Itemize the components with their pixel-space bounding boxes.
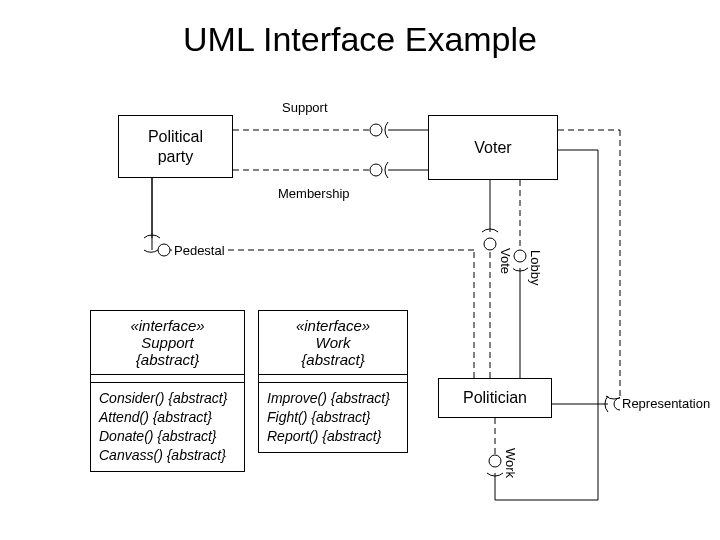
interface-work-constraint: {abstract} [263, 351, 403, 368]
svg-point-12 [484, 238, 496, 250]
class-voter: Voter [428, 115, 558, 180]
op: Consider() {abstract} [99, 389, 236, 408]
interface-work-header: «interface» Work {abstract} [259, 311, 407, 375]
class-political-party: Political party [118, 115, 233, 178]
op: Canvass() {abstract} [99, 446, 236, 465]
svg-point-15 [514, 250, 526, 262]
label-pedestal: Pedestal [172, 243, 227, 258]
interface-support-header: «interface» Support {abstract} [91, 311, 244, 375]
class-politician-label: Politician [463, 388, 527, 407]
label-membership: Membership [276, 186, 352, 201]
op: Attend() {abstract} [99, 408, 236, 427]
label-vote: Vote [498, 248, 513, 274]
stereotype-label: «interface» [263, 317, 403, 334]
class-voter-label: Voter [474, 138, 511, 157]
interface-work-attrs [259, 375, 407, 383]
class-politician: Politician [438, 378, 552, 418]
op: Report() {abstract} [267, 427, 399, 446]
stereotype-label: «interface» [95, 317, 240, 334]
interface-support-ops: Consider() {abstract} Attend() {abstract… [91, 383, 244, 471]
label-work: Work [503, 448, 518, 478]
page-title: UML Interface Example [0, 20, 720, 59]
label-support: Support [280, 100, 330, 115]
interface-work-name: Work [263, 334, 403, 351]
op: Fight() {abstract} [267, 408, 399, 427]
interface-work: «interface» Work {abstract} Improve() {a… [258, 310, 408, 453]
interface-support-constraint: {abstract} [95, 351, 240, 368]
interface-work-ops: Improve() {abstract} Fight() {abstract} … [259, 383, 407, 452]
class-political-party-label: Political party [148, 127, 203, 165]
op: Donate() {abstract} [99, 427, 236, 446]
interface-support: «interface» Support {abstract} Consider(… [90, 310, 245, 472]
svg-point-18 [489, 455, 501, 467]
interface-support-name: Support [95, 334, 240, 351]
op: Improve() {abstract} [267, 389, 399, 408]
label-representation: Representation [620, 396, 712, 411]
svg-point-8 [158, 244, 170, 256]
interface-support-attrs [91, 375, 244, 383]
label-lobby: Lobby [528, 250, 543, 285]
svg-point-4 [370, 164, 382, 176]
svg-point-1 [370, 124, 382, 136]
